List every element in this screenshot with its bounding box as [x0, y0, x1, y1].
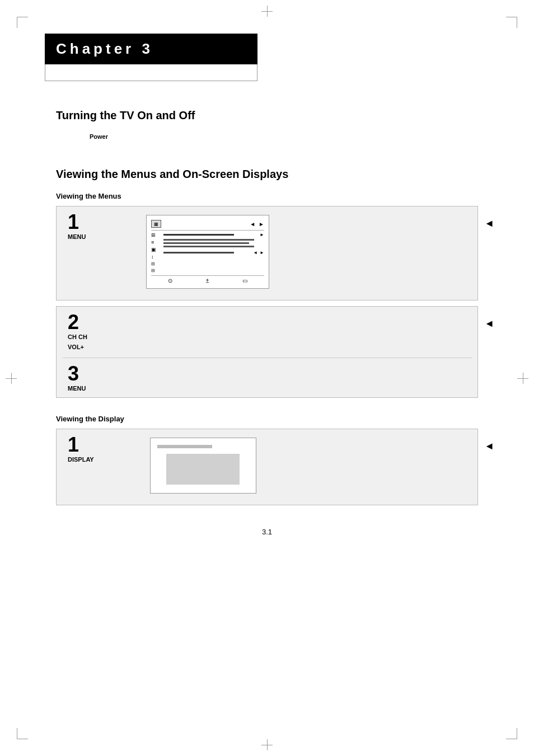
menu-btn-1: ⊙	[168, 278, 172, 284]
crosshair-right	[517, 373, 528, 384]
step1-row: 1 MENU ▦ ◄ ►	[57, 206, 477, 300]
crosshair-bottom	[261, 739, 273, 750]
menu-icon-symbol: ▦	[154, 222, 158, 227]
corner-mark-tl	[17, 17, 28, 28]
crosshair-left	[6, 373, 17, 384]
menu-screenshot: ▦ ◄ ► ⊞ ≡ ▣ ↕ ⊟ ⊟	[146, 215, 269, 289]
step1-number: 1	[68, 212, 90, 232]
step2-row: 2 CH CH VOL+	[57, 307, 477, 358]
corner-mark-br	[506, 728, 517, 739]
step23-arrow: ◄	[484, 318, 494, 330]
subsection-viewing-display: Viewing the Display	[0, 415, 534, 423]
menu-btn-2: ±	[206, 278, 209, 284]
step1-display-arrow: ◄	[484, 440, 494, 452]
menu-icon-2: ≡	[151, 240, 160, 245]
menu-right-arrow: ►	[259, 221, 264, 227]
power-label: Power	[0, 133, 534, 140]
menu-nav-arrows: ◄ ►	[250, 221, 264, 227]
menu-content-lines: ► ◄ ►	[163, 232, 264, 255]
menu-arr2-l: ◄	[253, 250, 257, 255]
chapter-header: Chapter 3	[45, 34, 257, 81]
menu-icons-column: ⊞ ≡ ▣ ↕ ⊟ ⊟	[151, 232, 160, 273]
step1-display-key: DISPLAY	[68, 456, 94, 463]
menu-row-1: ►	[163, 232, 264, 237]
step1-display-left: 1 DISPLAY	[57, 429, 105, 468]
section-title-viewing-menus: Viewing the Menus and On-Screen Displays	[0, 168, 534, 181]
step1-arrow: ◄	[484, 218, 494, 229]
step3-row: 3 MENU	[57, 358, 477, 397]
menu-row5-arrows: ◄ ►	[253, 250, 264, 255]
menu-arr-r: ►	[260, 232, 264, 237]
menu-line-2	[163, 239, 254, 241]
step3-key: MENU	[68, 385, 466, 392]
menu-btn-3: ▭	[242, 278, 247, 284]
menu-left-arrow: ◄	[250, 221, 255, 227]
crosshair-top	[261, 6, 273, 17]
menu-body: ⊞ ≡ ▣ ↕ ⊟ ⊟ ►	[151, 232, 264, 273]
menu-arr2-r: ►	[260, 250, 264, 255]
step2-ch-label: CH CH	[68, 334, 87, 340]
chapter-title-box: Chapter 3	[45, 34, 257, 64]
section-title-turning-tv: Turning the TV On and Off	[0, 109, 534, 122]
menu-icon-3: ▣	[151, 247, 160, 252]
menu-line-5	[163, 252, 234, 253]
corner-mark-bl	[17, 728, 28, 739]
menu-line-1	[163, 234, 234, 236]
chapter-subtitle-bar	[45, 64, 257, 81]
menu-icon: ▦	[151, 220, 161, 228]
display-screenshot	[150, 438, 256, 494]
step1-key: MENU	[68, 233, 90, 240]
step1-display-right	[105, 429, 477, 505]
menu-icon-4: ↕	[151, 254, 160, 260]
chapter-title: Chapter 3	[56, 40, 153, 57]
step1-left: 1 MENU	[57, 206, 101, 246]
step1-display-row: 1 DISPLAY	[57, 429, 477, 505]
menu-icon-5: ⊟	[151, 261, 160, 266]
step1-container: 1 MENU ▦ ◄ ►	[56, 206, 478, 300]
step1-display-container: 1 DISPLAY ◄	[56, 429, 478, 505]
subsection-viewing-menus: Viewing the Menus	[0, 192, 534, 200]
menu-row-5: ◄ ►	[163, 250, 264, 255]
menu-line-4	[163, 246, 254, 247]
step23-container: 2 CH CH VOL+ 3 MENU ◄	[56, 306, 478, 398]
display-top-bar	[157, 445, 212, 448]
menu-bottom-bar: ⊙ ± ▭	[151, 275, 264, 284]
menu-line-3	[163, 242, 249, 244]
menu-icon-6: ⊟	[151, 268, 160, 273]
step2-number: 2	[68, 312, 466, 332]
menu-icon-1: ⊞	[151, 232, 160, 238]
step1-right: ▦ ◄ ► ⊞ ≡ ▣ ↕ ⊟ ⊟	[101, 206, 477, 300]
step2-ch-text: CH CH VOL+	[68, 332, 466, 352]
menu-row1-arrows: ►	[257, 232, 264, 237]
step1-display-number: 1	[68, 435, 94, 455]
display-main-box	[166, 454, 240, 485]
corner-mark-tr	[506, 17, 517, 28]
step3-number: 3	[68, 364, 466, 384]
step2-vol-label: VOL+	[68, 344, 84, 350]
page-number: 3.1	[0, 528, 534, 536]
